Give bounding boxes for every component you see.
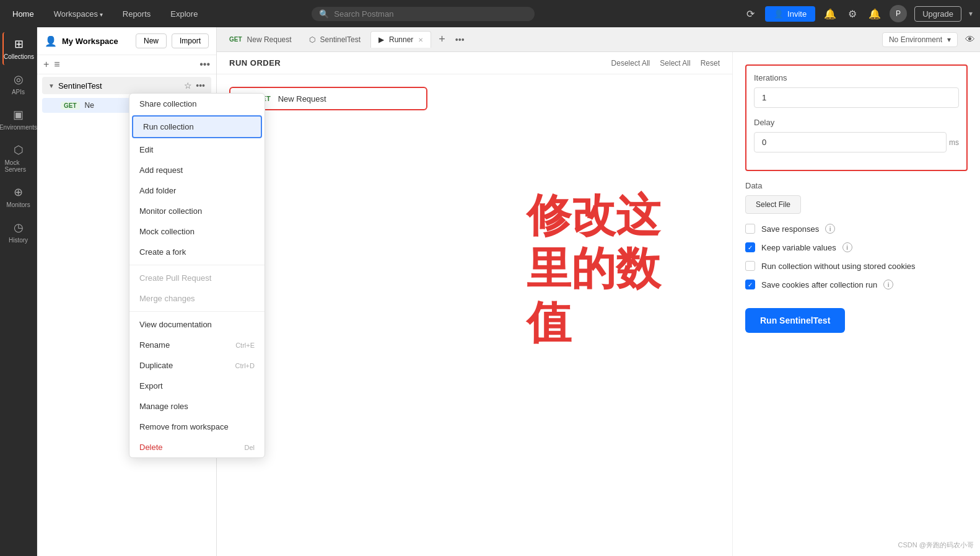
keep-variable-values-checkbox[interactable]: ✓ bbox=[745, 242, 755, 252]
sidebar-header-actions: New Import bbox=[136, 33, 209, 48]
save-responses-info[interactable]: i bbox=[825, 224, 835, 234]
menu-item-docs[interactable]: View documentation bbox=[129, 314, 265, 335]
menu-item-add-request[interactable]: Add request bbox=[129, 160, 265, 180]
nav-workspaces[interactable]: Workspaces bbox=[49, 7, 108, 21]
get-method-badge: GET bbox=[61, 102, 80, 110]
menu-item-fork[interactable]: Create a fork bbox=[129, 242, 265, 262]
notification-icon[interactable]: 🔔 bbox=[823, 6, 838, 21]
settings-icon[interactable]: ⚙ bbox=[845, 6, 860, 21]
menu-item-pull-request: Create Pull Request bbox=[129, 268, 265, 288]
keep-variable-values-row: ✓ Keep variable values i bbox=[745, 242, 968, 252]
no-stored-cookies-label: Run collection without using stored cook… bbox=[761, 262, 916, 271]
menu-divider-1 bbox=[129, 265, 265, 265]
main-layout: ⊞ Collections ◎ APIs ▣ Environments ⬡ Mo… bbox=[0, 27, 980, 556]
save-cookies-row: ✓ Save cookies after collection run i bbox=[745, 280, 968, 289]
tab-close-runner[interactable]: ✕ bbox=[418, 37, 423, 43]
tab-bar: GET New Request ⬡ SentinelTest ▶ Runner … bbox=[217, 27, 980, 52]
no-stored-cookies-checkbox[interactable] bbox=[745, 261, 755, 271]
mock-servers-icon: ⬡ bbox=[14, 143, 24, 157]
menu-item-duplicate[interactable]: Duplicate Ctrl+D bbox=[129, 355, 265, 376]
upgrade-button[interactable]: Upgrade bbox=[914, 6, 961, 22]
save-responses-label: Save responses bbox=[761, 224, 819, 234]
select-file-button[interactable]: Select File bbox=[745, 195, 801, 214]
nav-reports[interactable]: Reports bbox=[118, 7, 156, 21]
menu-item-merge: Merge changes bbox=[129, 288, 265, 309]
user-icon: 👤 bbox=[45, 35, 57, 47]
collection-more-icon[interactable]: ••• bbox=[196, 81, 205, 90]
env-selector[interactable]: No Environment ▾ bbox=[882, 32, 958, 47]
iterations-input[interactable] bbox=[754, 87, 959, 108]
collections-label: Collections bbox=[4, 53, 34, 60]
collection-name: SentinelTest bbox=[58, 81, 180, 90]
new-button[interactable]: New bbox=[136, 33, 167, 48]
sidebar-item-monitors[interactable]: ⊕ Monitors bbox=[2, 180, 35, 213]
sidebar-item-mock-servers[interactable]: ⬡ Mock Servers bbox=[2, 138, 35, 178]
iterations-label: Iterations bbox=[754, 73, 959, 82]
keep-variable-info[interactable]: i bbox=[842, 242, 852, 252]
request-list: ✓ GET New Request bbox=[217, 74, 732, 556]
avatar[interactable]: P bbox=[890, 5, 907, 22]
import-button[interactable]: Import bbox=[172, 33, 209, 48]
tab-sentinel-test[interactable]: ⬡ SentinelTest bbox=[302, 32, 368, 48]
iterations-group: Iterations bbox=[754, 73, 959, 108]
main-content: GET New Request ⬡ SentinelTest ▶ Runner … bbox=[217, 27, 980, 556]
select-all-btn[interactable]: Select All bbox=[660, 59, 690, 68]
top-nav: Home Workspaces Reports Explore 🔍 Search… bbox=[0, 0, 980, 27]
sidebar-item-environments[interactable]: ▣ Environments bbox=[2, 103, 35, 136]
menu-item-export[interactable]: Export bbox=[129, 376, 265, 396]
workspace-name: My Workspace bbox=[62, 37, 136, 46]
tab-label-sentinel: SentinelTest bbox=[320, 35, 361, 44]
delay-label: Delay bbox=[754, 118, 959, 127]
tab-runner[interactable]: ▶ Runner ✕ bbox=[370, 31, 431, 48]
expand-icon[interactable]: ▾ bbox=[969, 9, 973, 18]
menu-item-mock[interactable]: Mock collection bbox=[129, 221, 265, 242]
iterations-delay-box: Iterations Delay ms bbox=[745, 64, 968, 171]
tab-more-button[interactable]: ••• bbox=[453, 35, 467, 45]
run-collection-button[interactable]: Run SentinelTest bbox=[745, 308, 845, 333]
sidebar-item-collections[interactable]: ⊞ Collections bbox=[2, 32, 35, 65]
menu-item-manage-roles[interactable]: Manage roles bbox=[129, 396, 265, 417]
eye-icon[interactable]: 👁 bbox=[965, 34, 975, 45]
search-bar[interactable]: 🔍 Search Postman bbox=[312, 7, 535, 21]
save-cookies-checkbox[interactable]: ✓ bbox=[745, 280, 755, 289]
menu-item-run[interactable]: Run collection bbox=[132, 115, 262, 138]
collection-item[interactable]: ▼ SentinelTest ☆ ••• bbox=[42, 77, 211, 94]
menu-item-monitor[interactable]: Monitor collection bbox=[129, 201, 265, 221]
save-cookies-info[interactable]: i bbox=[883, 280, 893, 289]
sidebar-item-apis[interactable]: ◎ APIs bbox=[2, 68, 35, 100]
star-icon[interactable]: ☆ bbox=[184, 81, 192, 90]
runner-body: RUN ORDER Deselect All Select All Reset … bbox=[217, 52, 980, 556]
sync-icon[interactable]: ⟳ bbox=[743, 6, 758, 21]
tab-new-request[interactable]: GET New Request bbox=[222, 32, 299, 48]
menu-divider-2 bbox=[129, 311, 265, 312]
menu-item-add-folder[interactable]: Add folder bbox=[129, 180, 265, 201]
menu-item-share[interactable]: Share collection bbox=[129, 94, 265, 114]
filter-icon[interactable]: ≡ bbox=[54, 59, 59, 70]
reset-btn[interactable]: Reset bbox=[701, 59, 720, 68]
save-responses-row: Save responses i bbox=[745, 224, 968, 234]
save-responses-checkbox[interactable] bbox=[745, 224, 755, 234]
sidebar-panel-header: 👤 My Workspace New Import bbox=[37, 27, 216, 55]
add-collection-icon[interactable]: + bbox=[43, 59, 49, 70]
more-icon[interactable]: ••• bbox=[199, 59, 210, 70]
nav-home[interactable]: Home bbox=[7, 7, 39, 21]
sidebar-item-history[interactable]: ◷ History bbox=[2, 216, 35, 249]
invite-icon: 👤 bbox=[774, 9, 784, 19]
delay-input[interactable] bbox=[754, 132, 947, 152]
mock-servers-label: Mock Servers bbox=[5, 159, 32, 173]
runner-header: RUN ORDER Deselect All Select All Reset bbox=[217, 52, 732, 74]
tab-add-button[interactable]: + bbox=[434, 33, 450, 46]
keep-variable-values-label: Keep variable values bbox=[761, 243, 836, 252]
menu-item-delete[interactable]: Delete Del bbox=[129, 437, 265, 457]
delete-shortcut: Del bbox=[244, 444, 255, 451]
menu-item-edit[interactable]: Edit bbox=[129, 139, 265, 160]
invite-button[interactable]: 👤 Invite bbox=[765, 6, 815, 22]
nav-explore[interactable]: Explore bbox=[165, 7, 203, 21]
collection-actions: ☆ ••• bbox=[184, 81, 205, 90]
tab-runner-icon: ▶ bbox=[378, 35, 384, 44]
environments-icon: ▣ bbox=[13, 108, 24, 121]
bell-icon[interactable]: 🔔 bbox=[867, 6, 882, 21]
menu-item-rename[interactable]: Rename Ctrl+E bbox=[129, 335, 265, 355]
menu-item-remove[interactable]: Remove from workspace bbox=[129, 417, 265, 437]
deselect-all-btn[interactable]: Deselect All bbox=[611, 59, 650, 68]
